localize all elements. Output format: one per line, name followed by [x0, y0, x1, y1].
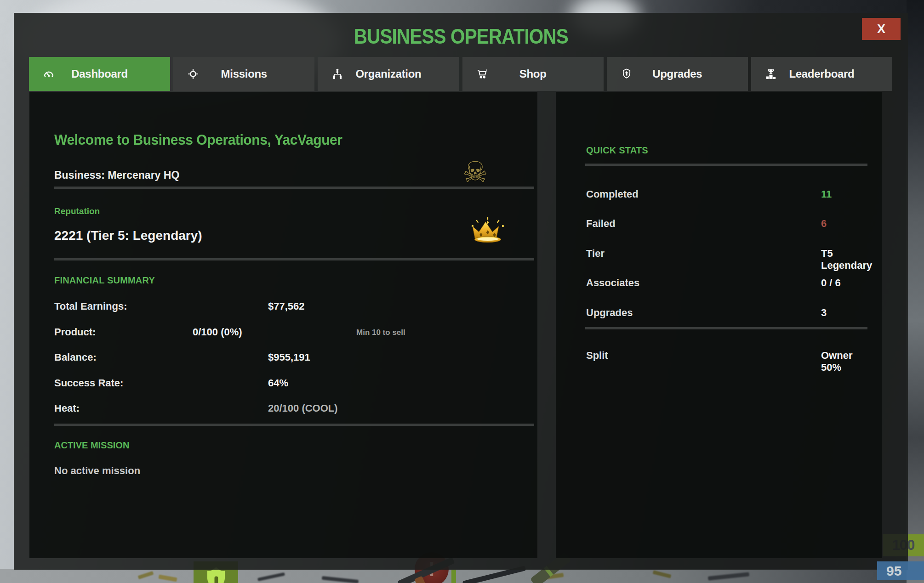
page-title: BUSINESS OPERATIONS: [14, 24, 908, 49]
quick-stats-panel: QUICK STATS Completed 11 Failed 6 Tier T…: [556, 92, 882, 558]
business-operations-window: BUSINESS OPERATIONS X Dashboard Missions: [14, 13, 908, 570]
tab-label: Shop: [519, 68, 547, 80]
row-value: $955,191: [268, 351, 310, 363]
stat-value: T5 Legendary: [821, 248, 872, 272]
financial-row-success-rate: Success Rate: 64%: [54, 377, 514, 391]
stat-label: Tier: [586, 248, 605, 259]
stat-row-upgrades: Upgrades 3: [586, 307, 867, 321]
stat-value: 3: [821, 307, 827, 319]
stat-row-associates: Associates 0 / 6: [586, 277, 867, 291]
crosshair-icon: [187, 68, 199, 80]
hud-health-bar: [451, 570, 456, 583]
tab-bar: Dashboard Missions Organization Shop: [29, 57, 892, 91]
row-label: Success Rate:: [54, 377, 123, 389]
row-label: Product:: [54, 326, 96, 338]
financial-row-product: Product: 0/100 (0%) Min 10 to sell: [54, 326, 514, 340]
business-name: Business: Mercenary HQ: [54, 169, 179, 181]
divider: [54, 187, 534, 189]
row-label: Balance:: [54, 351, 97, 363]
tab-label: Organization: [355, 68, 421, 80]
tab-label: Dashboard: [71, 68, 128, 80]
tab-label: Missions: [221, 68, 267, 80]
row-value: 20/100 (COOL): [268, 402, 338, 414]
active-mission-status: No active mission: [54, 465, 140, 477]
cart-icon: [476, 68, 488, 80]
divider: [54, 258, 534, 260]
shield-up-icon: [621, 68, 633, 80]
stat-label: Associates: [586, 277, 639, 289]
stat-value: 0 / 6: [821, 277, 841, 289]
row-label: Total Earnings:: [54, 300, 127, 312]
reputation-header: Reputation: [54, 206, 100, 216]
rock-cliff: [907, 0, 924, 583]
welcome-heading: Welcome to Business Operations, YacVague…: [54, 131, 361, 148]
crown-icon: [462, 217, 513, 246]
stat-value: Owner 50%: [821, 350, 867, 374]
row-value: 64%: [268, 377, 288, 389]
stat-value: 6: [821, 218, 827, 230]
gauge-icon: [43, 68, 55, 80]
stat-label: Split: [586, 350, 608, 361]
tab-leaderboard[interactable]: Leaderboard: [751, 57, 892, 91]
tab-dashboard[interactable]: Dashboard: [29, 57, 170, 91]
tab-upgrades[interactable]: Upgrades: [607, 57, 748, 91]
row-value: 0/100 (0%): [193, 326, 242, 338]
hud-ammo-current: 95: [877, 561, 924, 580]
tab-shop[interactable]: Shop: [462, 57, 604, 91]
tab-label: Leaderboard: [789, 68, 854, 80]
trophy-icon: [765, 68, 777, 80]
financial-row-heat: Heat: 20/100 (COOL): [54, 402, 514, 416]
stat-row-split: Split Owner 50%: [586, 350, 867, 363]
row-value: $77,562: [268, 300, 305, 312]
financial-row-total-earnings: Total Earnings: $77,562: [54, 300, 514, 314]
stat-label: Failed: [586, 218, 616, 229]
tab-organization[interactable]: Organization: [318, 57, 459, 91]
divider: [54, 424, 534, 426]
org-chart-icon: [331, 68, 343, 80]
stat-value: 11: [821, 188, 832, 200]
active-mission-header: ACTIVE MISSION: [54, 440, 129, 451]
stat-row-completed: Completed 11: [586, 188, 867, 202]
stat-row-failed: Failed 6: [586, 218, 867, 232]
mercenary-skull-icon: ☠: [462, 155, 488, 189]
row-label: Heat:: [54, 402, 80, 414]
dashboard-panel: Welcome to Business Operations, YacVague…: [29, 92, 537, 558]
divider: [585, 327, 867, 329]
tab-label: Upgrades: [652, 68, 702, 80]
tab-missions[interactable]: Missions: [173, 57, 314, 91]
financial-row-balance: Balance: $955,191: [54, 351, 514, 365]
stat-row-tier: Tier T5 Legendary: [586, 248, 867, 261]
close-button[interactable]: X: [862, 18, 901, 40]
quick-stats-header: QUICK STATS: [586, 145, 648, 156]
divider: [585, 164, 867, 166]
stat-label: Upgrades: [586, 307, 633, 318]
reputation-value: 2221 (Tier 5: Legendary): [54, 228, 202, 243]
product-note: Min 10 to sell: [356, 328, 405, 337]
financial-summary-header: FINANCIAL SUMMARY: [54, 275, 155, 286]
stat-label: Completed: [586, 188, 639, 200]
game-screen: ! 100 BUSINESS OPERATIONS X Dashboard: [0, 0, 924, 583]
